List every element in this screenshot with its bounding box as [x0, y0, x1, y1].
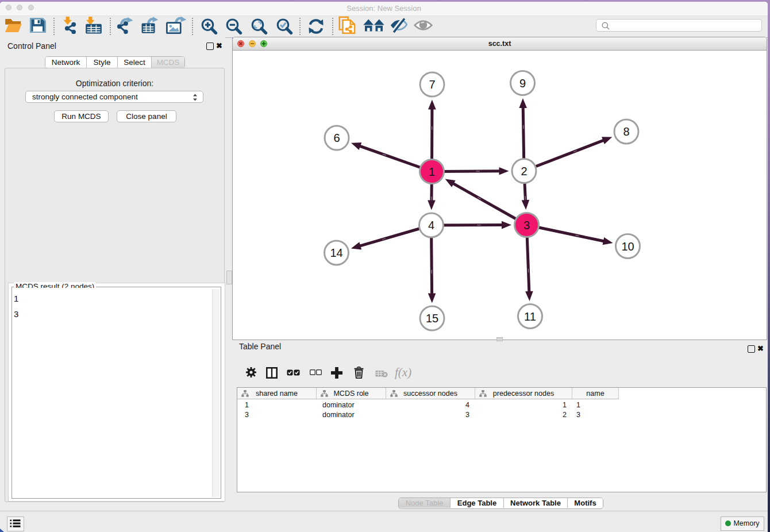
svg-text:9: 9 — [519, 77, 526, 90]
svg-text:3: 3 — [523, 219, 530, 232]
svg-text:11: 11 — [524, 310, 536, 323]
svg-text:14: 14 — [330, 246, 342, 259]
svg-text:6: 6 — [333, 132, 340, 144]
svg-text:15: 15 — [426, 312, 438, 325]
svg-text:4: 4 — [428, 219, 434, 232]
svg-text:7: 7 — [429, 78, 435, 91]
svg-text:8: 8 — [623, 125, 629, 138]
svg-text:1: 1 — [429, 165, 435, 178]
svg-text:10: 10 — [621, 240, 634, 253]
svg-text:2: 2 — [521, 165, 527, 178]
